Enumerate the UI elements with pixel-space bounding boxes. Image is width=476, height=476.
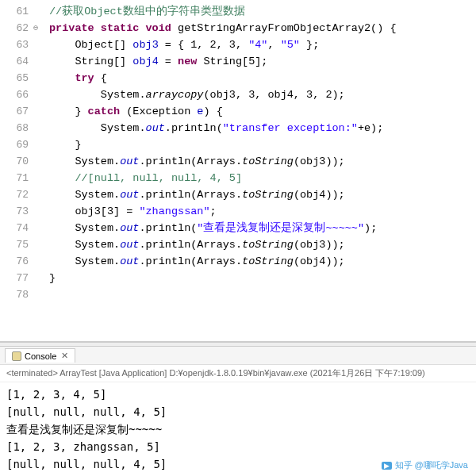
console-tab-label: Console — [25, 351, 56, 361]
line-number: 74 — [0, 220, 29, 236]
line-number: 67 — [0, 103, 29, 120]
line-number: 66 — [0, 86, 29, 103]
close-icon[interactable]: ✕ — [61, 351, 68, 361]
line-number: 78 — [0, 286, 29, 303]
line-number: 72 — [0, 186, 29, 203]
keyword: private static void — [49, 22, 171, 34]
console-tab[interactable]: Console ✕ — [5, 348, 75, 363]
console-icon — [12, 351, 21, 361]
line-number: 75 — [0, 236, 29, 253]
line-number: 73 — [0, 203, 29, 220]
line-number: 62 — [0, 20, 29, 36]
code-area[interactable]: //获取Object数组中的字符串类型数据 private static voi… — [35, 0, 476, 338]
line-number: 70 — [0, 153, 29, 170]
line-number: 64 — [0, 53, 29, 70]
code-editor[interactable]: 616263646566676869707172737475767778 //获… — [0, 0, 476, 342]
comment: //获取Object数组中的字符串类型数据 — [49, 6, 245, 17]
line-number: 68 — [0, 120, 29, 136]
line-number: 61 — [0, 3, 29, 20]
line-number: 71 — [0, 170, 29, 186]
watermark: 知乎 @哪吒学Java — [382, 459, 468, 471]
console-tab-bar: Console ✕ — [0, 347, 476, 365]
line-number: 76 — [0, 253, 29, 270]
line-number: 65 — [0, 70, 29, 86]
console-process-info: <terminated> ArrayTest [Java Application… — [0, 365, 476, 382]
line-number-gutter: 616263646566676869707172737475767778 — [0, 0, 35, 338]
line-number: 63 — [0, 36, 29, 53]
line-number: 69 — [0, 136, 29, 153]
line-number: 77 — [0, 270, 29, 286]
